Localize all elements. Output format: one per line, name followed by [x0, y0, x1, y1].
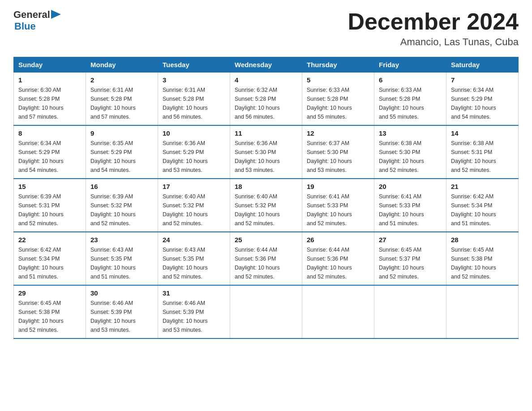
day-number: 15	[18, 183, 81, 190]
day-number: 25	[235, 236, 297, 244]
header-sunday: Sunday	[14, 57, 86, 73]
day-number: 31	[163, 289, 225, 297]
day-number: 18	[235, 183, 297, 190]
day-info: Sunrise: 6:46 AM Sunset: 5:39 PM Dayligh…	[163, 299, 225, 334]
day-number: 8	[18, 129, 81, 137]
day-info: Sunrise: 6:33 AM Sunset: 5:28 PM Dayligh…	[307, 86, 369, 121]
day-info: Sunrise: 6:42 AM Sunset: 5:34 PM Dayligh…	[18, 245, 81, 281]
table-row	[446, 285, 519, 338]
logo-arrow-icon	[51, 10, 61, 19]
table-row	[230, 285, 302, 338]
table-row: 28 Sunrise: 6:45 AM Sunset: 5:38 PM Dayl…	[446, 232, 519, 285]
calendar-week-row: 29 Sunrise: 6:45 AM Sunset: 5:38 PM Dayl…	[14, 285, 519, 338]
table-row: 6 Sunrise: 6:33 AM Sunset: 5:28 PM Dayli…	[374, 73, 446, 126]
day-info: Sunrise: 6:31 AM Sunset: 5:28 PM Dayligh…	[90, 86, 153, 121]
day-info: Sunrise: 6:34 AM Sunset: 5:29 PM Dayligh…	[18, 139, 81, 175]
day-info: Sunrise: 6:43 AM Sunset: 5:35 PM Dayligh…	[90, 245, 153, 281]
calendar-title-block: December 2024 Amancio, Las Tunas, Cuba	[348, 9, 519, 48]
header-saturday: Saturday	[446, 57, 519, 73]
logo-blue-text: Blue	[14, 21, 61, 32]
day-info: Sunrise: 6:41 AM Sunset: 5:33 PM Dayligh…	[379, 192, 442, 228]
calendar-table: Sunday Monday Tuesday Wednesday Thursday…	[13, 57, 519, 339]
day-number: 10	[163, 129, 225, 137]
table-row: 5 Sunrise: 6:33 AM Sunset: 5:28 PM Dayli…	[302, 73, 374, 126]
table-row: 8 Sunrise: 6:34 AM Sunset: 5:29 PM Dayli…	[14, 125, 86, 179]
header-thursday: Thursday	[302, 57, 374, 73]
day-number: 22	[18, 236, 81, 244]
table-row: 27 Sunrise: 6:45 AM Sunset: 5:37 PM Dayl…	[374, 232, 446, 285]
table-row: 9 Sunrise: 6:35 AM Sunset: 5:29 PM Dayli…	[86, 125, 158, 179]
table-row: 19 Sunrise: 6:41 AM Sunset: 5:33 PM Dayl…	[302, 179, 374, 232]
table-row: 3 Sunrise: 6:31 AM Sunset: 5:28 PM Dayli…	[158, 73, 230, 126]
day-number: 3	[163, 76, 225, 84]
day-number: 20	[379, 183, 442, 190]
day-number: 30	[90, 289, 153, 297]
day-number: 27	[379, 236, 442, 244]
day-info: Sunrise: 6:34 AM Sunset: 5:29 PM Dayligh…	[451, 86, 514, 121]
table-row: 18 Sunrise: 6:40 AM Sunset: 5:32 PM Dayl…	[230, 179, 302, 232]
day-info: Sunrise: 6:39 AM Sunset: 5:32 PM Dayligh…	[90, 192, 153, 228]
calendar-subtitle: Amancio, Las Tunas, Cuba	[348, 36, 519, 48]
day-info: Sunrise: 6:40 AM Sunset: 5:32 PM Dayligh…	[235, 192, 297, 228]
table-row: 16 Sunrise: 6:39 AM Sunset: 5:32 PM Dayl…	[86, 179, 158, 232]
logo: General Blue	[13, 9, 61, 32]
day-number: 2	[90, 76, 153, 84]
table-row: 13 Sunrise: 6:38 AM Sunset: 5:30 PM Dayl…	[374, 125, 446, 179]
day-info: Sunrise: 6:43 AM Sunset: 5:35 PM Dayligh…	[163, 245, 225, 281]
day-number: 16	[90, 183, 153, 190]
table-row: 30 Sunrise: 6:46 AM Sunset: 5:39 PM Dayl…	[86, 285, 158, 338]
day-number: 28	[451, 236, 514, 244]
calendar-week-row: 8 Sunrise: 6:34 AM Sunset: 5:29 PM Dayli…	[14, 125, 519, 179]
table-row: 31 Sunrise: 6:46 AM Sunset: 5:39 PM Dayl…	[158, 285, 230, 338]
day-number: 9	[90, 129, 153, 137]
table-row: 1 Sunrise: 6:30 AM Sunset: 5:28 PM Dayli…	[14, 73, 86, 126]
day-number: 23	[90, 236, 153, 244]
header-friday: Friday	[374, 57, 446, 73]
table-row	[374, 285, 446, 338]
table-row: 11 Sunrise: 6:36 AM Sunset: 5:30 PM Dayl…	[230, 125, 302, 179]
day-info: Sunrise: 6:38 AM Sunset: 5:31 PM Dayligh…	[451, 139, 514, 175]
calendar-week-row: 22 Sunrise: 6:42 AM Sunset: 5:34 PM Dayl…	[14, 232, 519, 285]
header-monday: Monday	[86, 57, 158, 73]
day-info: Sunrise: 6:30 AM Sunset: 5:28 PM Dayligh…	[18, 86, 81, 121]
day-info: Sunrise: 6:46 AM Sunset: 5:39 PM Dayligh…	[90, 299, 153, 334]
table-row: 25 Sunrise: 6:44 AM Sunset: 5:36 PM Dayl…	[230, 232, 302, 285]
day-number: 21	[451, 183, 514, 190]
day-number: 26	[307, 236, 369, 244]
table-row: 22 Sunrise: 6:42 AM Sunset: 5:34 PM Dayl…	[14, 232, 86, 285]
day-info: Sunrise: 6:32 AM Sunset: 5:28 PM Dayligh…	[235, 86, 297, 121]
table-row: 4 Sunrise: 6:32 AM Sunset: 5:28 PM Dayli…	[230, 73, 302, 126]
day-info: Sunrise: 6:44 AM Sunset: 5:36 PM Dayligh…	[307, 245, 369, 281]
day-number: 13	[379, 129, 442, 137]
table-row: 23 Sunrise: 6:43 AM Sunset: 5:35 PM Dayl…	[86, 232, 158, 285]
table-row	[302, 285, 374, 338]
table-row: 21 Sunrise: 6:42 AM Sunset: 5:34 PM Dayl…	[446, 179, 519, 232]
day-number: 19	[307, 183, 369, 190]
day-info: Sunrise: 6:37 AM Sunset: 5:30 PM Dayligh…	[307, 139, 369, 175]
day-info: Sunrise: 6:42 AM Sunset: 5:34 PM Dayligh…	[451, 192, 514, 228]
table-row: 12 Sunrise: 6:37 AM Sunset: 5:30 PM Dayl…	[302, 125, 374, 179]
day-number: 5	[307, 76, 369, 84]
header-tuesday: Tuesday	[158, 57, 230, 73]
table-row: 14 Sunrise: 6:38 AM Sunset: 5:31 PM Dayl…	[446, 125, 519, 179]
logo-general-text: General	[13, 9, 50, 21]
table-row: 15 Sunrise: 6:39 AM Sunset: 5:31 PM Dayl…	[14, 179, 86, 232]
day-number: 11	[235, 129, 297, 137]
calendar-title: December 2024	[348, 9, 519, 34]
table-row: 26 Sunrise: 6:44 AM Sunset: 5:36 PM Dayl…	[302, 232, 374, 285]
day-info: Sunrise: 6:45 AM Sunset: 5:38 PM Dayligh…	[451, 245, 514, 281]
day-info: Sunrise: 6:35 AM Sunset: 5:29 PM Dayligh…	[90, 139, 153, 175]
day-info: Sunrise: 6:39 AM Sunset: 5:31 PM Dayligh…	[18, 192, 81, 228]
day-info: Sunrise: 6:31 AM Sunset: 5:28 PM Dayligh…	[163, 86, 225, 121]
svg-marker-0	[51, 10, 61, 19]
table-row: 17 Sunrise: 6:40 AM Sunset: 5:32 PM Dayl…	[158, 179, 230, 232]
day-number: 4	[235, 76, 297, 84]
day-number: 6	[379, 76, 442, 84]
table-row: 29 Sunrise: 6:45 AM Sunset: 5:38 PM Dayl…	[14, 285, 86, 338]
day-info: Sunrise: 6:44 AM Sunset: 5:36 PM Dayligh…	[235, 245, 297, 281]
day-number: 24	[163, 236, 225, 244]
table-row: 2 Sunrise: 6:31 AM Sunset: 5:28 PM Dayli…	[86, 73, 158, 126]
calendar-week-row: 15 Sunrise: 6:39 AM Sunset: 5:31 PM Dayl…	[14, 179, 519, 232]
day-info: Sunrise: 6:36 AM Sunset: 5:29 PM Dayligh…	[163, 139, 225, 175]
table-row: 20 Sunrise: 6:41 AM Sunset: 5:33 PM Dayl…	[374, 179, 446, 232]
